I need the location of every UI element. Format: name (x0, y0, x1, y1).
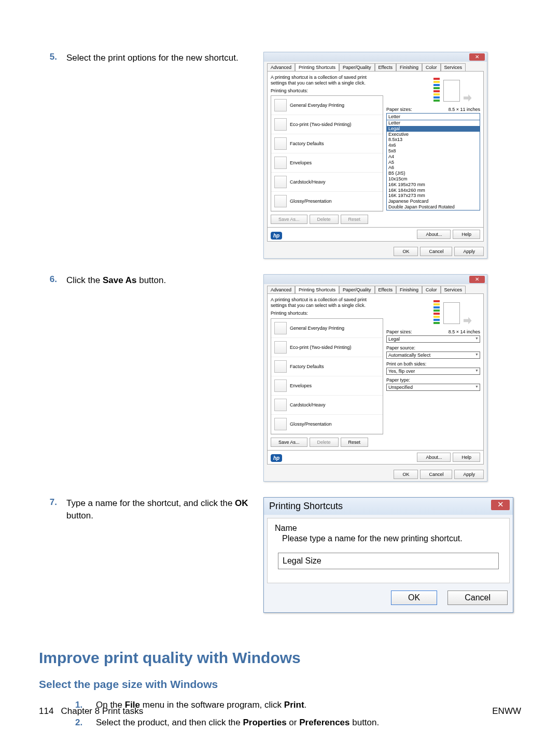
shortcut-list[interactable]: General Everyday Printing Eco-print (Two… (271, 95, 383, 212)
cancel-button[interactable]: Cancel (420, 470, 452, 479)
shortcut-list-label: Printing shortcuts: (271, 311, 383, 316)
paper-size-dropdown-open[interactable]: Letter Letter Legal Executive 8.5x13 4x6… (386, 113, 480, 210)
shortcut-icon (274, 418, 287, 430)
paper-option[interactable]: A5 (387, 160, 480, 165)
both-sides-select[interactable]: Yes, flip over (386, 368, 480, 375)
list-item[interactable]: Glossy/Presentation (290, 199, 332, 204)
paper-option[interactable]: 8.5x13 (387, 137, 480, 143)
preview-icon (433, 297, 475, 326)
apply-button[interactable]: Apply (454, 470, 484, 479)
tab-effects[interactable]: Effects (375, 63, 396, 71)
preview-icon (433, 75, 475, 103)
cancel-button[interactable]: Cancel (420, 247, 452, 256)
shortcut-icon (274, 360, 287, 373)
print-preferences-dialog-2: ✕ Advanced Printing Shortcuts Paper/Qual… (263, 274, 487, 481)
list-item[interactable]: Cardstock/Heavy (290, 179, 326, 185)
step-number: 6. (39, 274, 66, 481)
about-button[interactable]: About... (417, 453, 451, 462)
paper-option[interactable]: Japanese Postcard (387, 199, 480, 204)
paper-option[interactable]: A6 (387, 165, 480, 171)
paper-option[interactable]: A4 (387, 154, 480, 160)
save-as-button[interactable]: Save As... (271, 215, 307, 224)
tab-services[interactable]: Services (441, 63, 466, 71)
shortcut-icon (274, 195, 287, 207)
reset-button[interactable]: Reset (341, 438, 369, 447)
paper-source-select[interactable]: Automatically Select (386, 352, 480, 359)
tab-finishing[interactable]: Finishing (396, 63, 422, 71)
close-icon[interactable]: ✕ (491, 500, 510, 510)
paper-option[interactable]: 10x15cm (387, 176, 480, 182)
cancel-button[interactable]: Cancel (447, 591, 508, 605)
paper-option[interactable]: 16K 197x273 mm (387, 193, 480, 199)
paper-sizes-label: Paper sizes: (386, 107, 412, 112)
shortcut-icon (274, 176, 287, 188)
tab-advanced[interactable]: Advanced (267, 286, 295, 293)
paper-source-label: Paper source: (386, 345, 415, 350)
tab-color[interactable]: Color (422, 286, 441, 293)
paper-option[interactable]: Executive (387, 132, 480, 137)
shortcut-icon (274, 322, 287, 334)
tab-paper-quality[interactable]: Paper/Quality (339, 63, 375, 71)
name-shortcut-dialog: Printing Shortcuts ✕ Name Please type a … (263, 497, 513, 613)
paper-size-select[interactable]: Legal (386, 335, 480, 343)
save-as-button[interactable]: Save As... (271, 438, 307, 447)
tab-color[interactable]: Color (422, 63, 441, 71)
shortcut-name-input[interactable]: Legal Size (278, 553, 499, 569)
step-number: 2. (75, 718, 96, 728)
shortcut-icon (274, 379, 287, 392)
step-number: 7. (39, 497, 66, 613)
tab-advanced[interactable]: Advanced (267, 63, 295, 71)
reset-button[interactable]: Reset (341, 215, 369, 224)
ok-button[interactable]: OK (391, 591, 437, 605)
list-item[interactable]: Envelopes (290, 383, 312, 388)
paper-type-select[interactable]: Unspecified (386, 384, 480, 391)
paper-option[interactable]: 5x8 (387, 148, 480, 154)
list-item[interactable]: General Everyday Printing (290, 326, 344, 331)
paper-option[interactable]: Letter (387, 120, 480, 126)
help-button[interactable]: Help (453, 230, 480, 239)
ok-button[interactable]: OK (394, 470, 418, 479)
shortcut-list-label: Printing shortcuts: (271, 88, 383, 94)
delete-button[interactable]: Delete (310, 438, 339, 447)
print-preferences-dialog-1: ✕ Advanced Printing Shortcuts Paper/Qual… (263, 52, 487, 259)
close-icon[interactable]: ✕ (469, 276, 485, 283)
paper-size-inches: 8.5 × 11 inches (449, 107, 480, 112)
shortcut-icon (274, 341, 287, 354)
tab-paper-quality[interactable]: Paper/Quality (339, 286, 375, 293)
paper-option[interactable]: Double Japan Postcard Rotated (387, 204, 480, 210)
list-item[interactable]: Cardstock/Heavy (290, 402, 326, 407)
tab-printing-shortcuts[interactable]: Printing Shortcuts (295, 286, 339, 293)
list-item[interactable]: Glossy/Presentation (290, 421, 332, 427)
paper-option[interactable]: 16K 184x260 mm (387, 188, 480, 193)
ok-button[interactable]: OK (394, 247, 418, 256)
shortcut-icon (274, 157, 287, 169)
list-item[interactable]: Factory Defaults (290, 141, 324, 146)
tab-printing-shortcuts[interactable]: Printing Shortcuts (295, 63, 339, 71)
paper-option[interactable]: B5 (JIS) (387, 171, 480, 176)
section-heading: Improve print quality with Windows (39, 649, 521, 667)
apply-button[interactable]: Apply (454, 247, 484, 256)
paper-option[interactable]: 16K 195x270 mm (387, 182, 480, 188)
list-item[interactable]: Factory Defaults (290, 364, 324, 369)
list-item[interactable]: Eco-print (Two-sided Printing) (290, 122, 352, 127)
delete-button[interactable]: Delete (310, 215, 339, 224)
step-text: Click the Save As button. (66, 274, 263, 481)
paper-type-label: Paper type: (386, 377, 410, 383)
help-button[interactable]: Help (453, 453, 480, 462)
paper-option[interactable]: 4x6 (387, 143, 480, 148)
about-button[interactable]: About... (417, 230, 451, 239)
close-icon[interactable]: ✕ (469, 53, 485, 61)
list-item[interactable]: General Everyday Printing (290, 103, 344, 108)
list-item[interactable]: Eco-print (Two-sided Printing) (290, 345, 352, 350)
paper-option[interactable]: Legal (387, 126, 480, 132)
list-item[interactable]: Envelopes (290, 160, 312, 165)
shortcut-icon (274, 399, 287, 411)
tab-services[interactable]: Services (441, 286, 466, 293)
shortcut-list[interactable]: General Everyday Printing Eco-print (Two… (271, 318, 383, 434)
footer-left: 114 Chapter 8 Print tasks (39, 706, 143, 716)
tab-finishing[interactable]: Finishing (396, 286, 422, 293)
tab-effects[interactable]: Effects (375, 286, 396, 293)
shortcut-description: A printing shortcut is a collection of s… (271, 297, 383, 308)
step-text: Select the print options for the new sho… (66, 52, 263, 259)
step-number: 5. (39, 52, 66, 259)
